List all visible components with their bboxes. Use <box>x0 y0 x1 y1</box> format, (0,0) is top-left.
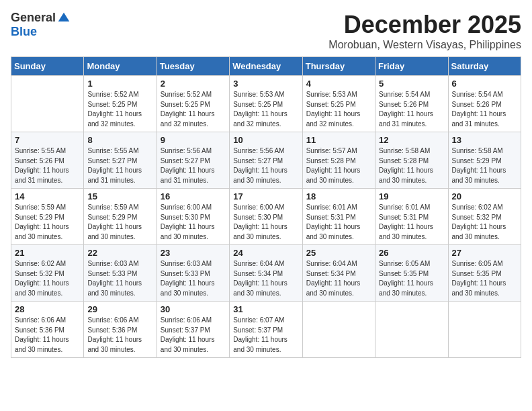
calendar-cell: 28Sunrise: 6:06 AM Sunset: 5:36 PM Dayli… <box>11 302 84 358</box>
day-number: 13 <box>452 135 517 145</box>
week-row-1: 1Sunrise: 5:52 AM Sunset: 5:25 PM Daylig… <box>11 76 521 132</box>
day-number: 18 <box>306 191 371 201</box>
day-number: 20 <box>452 191 517 201</box>
calendar-cell: 5Sunrise: 5:54 AM Sunset: 5:26 PM Daylig… <box>375 76 448 132</box>
day-info: Sunrise: 5:53 AM Sunset: 5:25 PM Dayligh… <box>306 90 371 129</box>
calendar-cell <box>448 302 521 358</box>
calendar-cell: 24Sunrise: 6:04 AM Sunset: 5:34 PM Dayli… <box>230 245 302 302</box>
calendar-cell: 23Sunrise: 6:03 AM Sunset: 5:33 PM Dayli… <box>157 245 229 302</box>
weekday-header-thursday: Thursday <box>302 57 375 76</box>
day-info: Sunrise: 6:00 AM Sunset: 5:30 PM Dayligh… <box>233 203 298 242</box>
logo: General Blue <box>11 11 71 39</box>
calendar-cell: 6Sunrise: 5:54 AM Sunset: 5:26 PM Daylig… <box>448 76 521 132</box>
logo-icon <box>57 11 71 25</box>
svg-marker-0 <box>58 12 70 21</box>
calendar-cell: 20Sunrise: 6:02 AM Sunset: 5:32 PM Dayli… <box>448 189 521 245</box>
calendar-cell <box>375 302 448 358</box>
day-info: Sunrise: 6:06 AM Sunset: 5:36 PM Dayligh… <box>15 316 80 355</box>
day-info: Sunrise: 6:07 AM Sunset: 5:37 PM Dayligh… <box>233 316 298 355</box>
day-number: 7 <box>15 135 80 145</box>
day-info: Sunrise: 5:57 AM Sunset: 5:28 PM Dayligh… <box>306 146 371 185</box>
day-info: Sunrise: 6:04 AM Sunset: 5:34 PM Dayligh… <box>306 259 371 298</box>
calendar-cell: 30Sunrise: 6:06 AM Sunset: 5:37 PM Dayli… <box>157 302 229 358</box>
day-number: 17 <box>233 191 298 201</box>
day-number: 4 <box>306 79 371 89</box>
day-info: Sunrise: 5:53 AM Sunset: 5:25 PM Dayligh… <box>233 90 298 129</box>
logo-general-text: General <box>11 11 56 25</box>
day-info: Sunrise: 5:55 AM Sunset: 5:26 PM Dayligh… <box>15 146 80 185</box>
day-number: 1 <box>87 79 152 89</box>
calendar-cell: 21Sunrise: 6:02 AM Sunset: 5:32 PM Dayli… <box>11 245 84 302</box>
day-info: Sunrise: 5:58 AM Sunset: 5:29 PM Dayligh… <box>452 146 517 185</box>
day-info: Sunrise: 6:05 AM Sunset: 5:35 PM Dayligh… <box>452 259 517 298</box>
day-number: 3 <box>233 79 298 89</box>
title-section: December 2025 Morobuan, Western Visayas,… <box>328 11 521 51</box>
page-header: General Blue December 2025 Morobuan, Wes… <box>11 11 521 51</box>
calendar-cell: 3Sunrise: 5:53 AM Sunset: 5:25 PM Daylig… <box>230 76 302 132</box>
calendar-cell: 10Sunrise: 5:56 AM Sunset: 5:27 PM Dayli… <box>230 132 302 189</box>
day-number: 2 <box>161 79 226 89</box>
day-info: Sunrise: 6:03 AM Sunset: 5:33 PM Dayligh… <box>87 259 152 298</box>
day-info: Sunrise: 6:05 AM Sunset: 5:35 PM Dayligh… <box>379 259 444 298</box>
calendar-cell: 4Sunrise: 5:53 AM Sunset: 5:25 PM Daylig… <box>302 76 375 132</box>
calendar-cell <box>11 76 84 132</box>
day-number: 15 <box>87 191 152 201</box>
day-info: Sunrise: 6:01 AM Sunset: 5:31 PM Dayligh… <box>379 203 444 242</box>
calendar-cell: 12Sunrise: 5:58 AM Sunset: 5:28 PM Dayli… <box>375 132 448 189</box>
week-row-3: 14Sunrise: 5:59 AM Sunset: 5:29 PM Dayli… <box>11 189 521 245</box>
day-info: Sunrise: 6:04 AM Sunset: 5:34 PM Dayligh… <box>233 259 298 298</box>
calendar-cell: 1Sunrise: 5:52 AM Sunset: 5:25 PM Daylig… <box>84 76 157 132</box>
weekday-header-row: SundayMondayTuesdayWednesdayThursdayFrid… <box>11 57 521 76</box>
day-number: 30 <box>161 304 226 314</box>
week-row-2: 7Sunrise: 5:55 AM Sunset: 5:26 PM Daylig… <box>11 132 521 189</box>
calendar-cell: 19Sunrise: 6:01 AM Sunset: 5:31 PM Dayli… <box>375 189 448 245</box>
day-number: 19 <box>379 191 444 201</box>
weekday-header-monday: Monday <box>84 57 157 76</box>
calendar-cell: 15Sunrise: 5:59 AM Sunset: 5:29 PM Dayli… <box>84 189 157 245</box>
month-title: December 2025 <box>328 11 521 39</box>
calendar-cell: 26Sunrise: 6:05 AM Sunset: 5:35 PM Dayli… <box>375 245 448 302</box>
calendar-cell: 13Sunrise: 5:58 AM Sunset: 5:29 PM Dayli… <box>448 132 521 189</box>
week-row-5: 28Sunrise: 6:06 AM Sunset: 5:36 PM Dayli… <box>11 302 521 358</box>
calendar-cell: 17Sunrise: 6:00 AM Sunset: 5:30 PM Dayli… <box>230 189 302 245</box>
calendar-cell: 18Sunrise: 6:01 AM Sunset: 5:31 PM Dayli… <box>302 189 375 245</box>
day-number: 10 <box>233 135 298 145</box>
day-info: Sunrise: 5:54 AM Sunset: 5:26 PM Dayligh… <box>452 90 517 129</box>
calendar-table: SundayMondayTuesdayWednesdayThursdayFrid… <box>11 56 521 358</box>
weekday-header-friday: Friday <box>375 57 448 76</box>
weekday-header-sunday: Sunday <box>11 57 84 76</box>
day-info: Sunrise: 6:06 AM Sunset: 5:37 PM Dayligh… <box>161 316 226 355</box>
day-info: Sunrise: 6:02 AM Sunset: 5:32 PM Dayligh… <box>452 203 517 242</box>
calendar-cell: 31Sunrise: 6:07 AM Sunset: 5:37 PM Dayli… <box>230 302 302 358</box>
day-info: Sunrise: 5:58 AM Sunset: 5:28 PM Dayligh… <box>379 146 444 185</box>
day-number: 23 <box>161 248 226 258</box>
location-title: Morobuan, Western Visayas, Philippines <box>328 39 521 51</box>
day-number: 29 <box>87 304 152 314</box>
day-number: 14 <box>15 191 80 201</box>
day-number: 26 <box>379 248 444 258</box>
weekday-header-wednesday: Wednesday <box>230 57 302 76</box>
calendar-cell: 27Sunrise: 6:05 AM Sunset: 5:35 PM Dayli… <box>448 245 521 302</box>
day-number: 16 <box>161 191 226 201</box>
day-info: Sunrise: 5:59 AM Sunset: 5:29 PM Dayligh… <box>87 203 152 242</box>
calendar-cell: 7Sunrise: 5:55 AM Sunset: 5:26 PM Daylig… <box>11 132 84 189</box>
calendar-cell: 22Sunrise: 6:03 AM Sunset: 5:33 PM Dayli… <box>84 245 157 302</box>
day-info: Sunrise: 6:06 AM Sunset: 5:36 PM Dayligh… <box>87 316 152 355</box>
day-info: Sunrise: 5:52 AM Sunset: 5:25 PM Dayligh… <box>87 90 152 129</box>
weekday-header-tuesday: Tuesday <box>157 57 229 76</box>
day-info: Sunrise: 5:59 AM Sunset: 5:29 PM Dayligh… <box>15 203 80 242</box>
calendar-cell <box>302 302 375 358</box>
day-number: 8 <box>87 135 152 145</box>
day-number: 31 <box>233 304 298 314</box>
day-number: 11 <box>306 135 371 145</box>
day-number: 22 <box>87 248 152 258</box>
day-number: 5 <box>379 79 444 89</box>
day-number: 24 <box>233 248 298 258</box>
calendar-cell: 2Sunrise: 5:52 AM Sunset: 5:25 PM Daylig… <box>157 76 229 132</box>
calendar-cell: 16Sunrise: 6:00 AM Sunset: 5:30 PM Dayli… <box>157 189 229 245</box>
calendar-cell: 9Sunrise: 5:56 AM Sunset: 5:27 PM Daylig… <box>157 132 229 189</box>
day-info: Sunrise: 5:52 AM Sunset: 5:25 PM Dayligh… <box>161 90 226 129</box>
calendar-cell: 29Sunrise: 6:06 AM Sunset: 5:36 PM Dayli… <box>84 302 157 358</box>
day-info: Sunrise: 6:00 AM Sunset: 5:30 PM Dayligh… <box>161 203 226 242</box>
day-number: 12 <box>379 135 444 145</box>
